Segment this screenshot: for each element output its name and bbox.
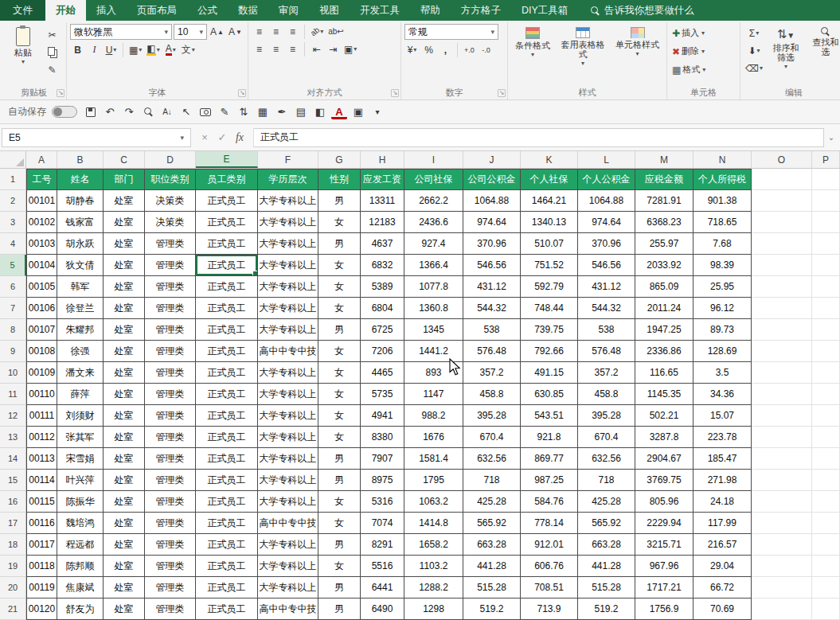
cell-I21[interactable]: 1298 <box>404 599 463 620</box>
cell-M5[interactable]: 2033.92 <box>635 255 693 276</box>
cell-J7[interactable]: 544.32 <box>463 298 521 319</box>
cell-C5[interactable]: 处室 <box>104 255 145 276</box>
cell-I5[interactable]: 1366.4 <box>404 255 463 276</box>
cell-A4[interactable]: 00103 <box>26 233 57 255</box>
cell-A6[interactable]: 00105 <box>26 276 57 298</box>
tab-审阅[interactable]: 审阅 <box>268 0 309 21</box>
cell-H2[interactable]: 13311 <box>361 190 404 212</box>
cell-G16[interactable]: 女 <box>318 491 361 513</box>
conditional-formatting-button[interactable]: 条件格式 ▾ <box>512 24 553 60</box>
cell-L8[interactable]: 538 <box>578 319 635 341</box>
row-header-20[interactable]: 20 <box>0 577 26 599</box>
cell-H13[interactable]: 8380 <box>361 427 404 448</box>
tab-方方格子[interactable]: 方方格子 <box>451 0 511 21</box>
cell-E14[interactable]: 正式员工 <box>196 448 258 470</box>
cell-C17[interactable]: 处室 <box>104 513 145 534</box>
cell-N12[interactable]: 15.07 <box>693 405 752 427</box>
cell-K16[interactable]: 584.76 <box>521 491 578 513</box>
cell-O13[interactable] <box>752 427 812 448</box>
cell-K12[interactable]: 543.51 <box>521 405 578 427</box>
cell-I14[interactable]: 1581.4 <box>404 448 463 470</box>
cell-P8[interactable] <box>812 319 840 341</box>
cell-E15[interactable]: 正式员工 <box>196 470 258 491</box>
cell-I3[interactable]: 2436.6 <box>404 212 463 233</box>
cell-E1[interactable]: 员工类别 <box>196 169 258 190</box>
cell-E12[interactable]: 正式员工 <box>196 405 258 427</box>
cell-N18[interactable]: 216.57 <box>693 534 752 556</box>
row-header-9[interactable]: 9 <box>0 341 26 362</box>
cell-O15[interactable] <box>752 470 812 491</box>
cell-E20[interactable]: 正式员工 <box>196 577 258 599</box>
row-header-15[interactable]: 15 <box>0 470 26 491</box>
cell-J5[interactable]: 546.56 <box>463 255 521 276</box>
cell-F4[interactable]: 大学专科以上 <box>258 233 318 255</box>
cell-H20[interactable]: 6441 <box>361 577 404 599</box>
cell-D17[interactable]: 管理类 <box>145 513 196 534</box>
align-middle-icon[interactable]: ≡ <box>268 24 283 39</box>
column-header-K[interactable]: K <box>521 151 578 168</box>
cell-L10[interactable]: 357.2 <box>578 362 635 384</box>
cell-M16[interactable]: 805.96 <box>635 491 693 513</box>
orientation-button[interactable]: ab▾ <box>309 24 325 39</box>
cell-D7[interactable]: 管理类 <box>145 298 196 319</box>
cell-J3[interactable]: 974.64 <box>463 212 521 233</box>
cell-K9[interactable]: 792.66 <box>521 341 578 362</box>
cell-H17[interactable]: 7074 <box>361 513 404 534</box>
cell-E19[interactable]: 正式员工 <box>196 556 258 577</box>
cell-A9[interactable]: 00108 <box>26 341 57 362</box>
row-header-6[interactable]: 6 <box>0 276 26 298</box>
cell-J20[interactable]: 515.28 <box>463 577 521 599</box>
cell-H5[interactable]: 6832 <box>361 255 404 276</box>
currency-button[interactable]: ¥▾ <box>404 42 420 57</box>
tell-me-search[interactable]: 告诉我你想要做什么 <box>591 0 694 21</box>
cell-G7[interactable]: 女 <box>318 298 361 319</box>
cell-F10[interactable]: 大学专科以上 <box>258 362 318 384</box>
cell-D21[interactable]: 管理类 <box>145 599 196 620</box>
cell-O2[interactable] <box>752 190 812 212</box>
select-all-button[interactable] <box>0 151 26 168</box>
cell-F8[interactable]: 大学专科以上 <box>258 319 318 341</box>
cell-F11[interactable]: 大学专科以上 <box>258 384 318 405</box>
cell-L18[interactable]: 663.28 <box>578 534 635 556</box>
cell-D1[interactable]: 职位类别 <box>145 169 196 190</box>
cell-G5[interactable]: 女 <box>318 255 361 276</box>
cell-G3[interactable]: 女 <box>318 212 361 233</box>
cell-C4[interactable]: 处室 <box>104 233 145 255</box>
cell-L14[interactable]: 632.56 <box>578 448 635 470</box>
font-dialog-launcher[interactable]: ↘ <box>238 89 246 97</box>
column-header-O[interactable]: O <box>752 151 812 168</box>
sort-filter-icon[interactable]: ⇅ <box>236 104 252 120</box>
cell-I19[interactable]: 1103.2 <box>404 556 463 577</box>
cell-D12[interactable]: 管理类 <box>145 405 196 427</box>
cell-K15[interactable]: 987.25 <box>521 470 578 491</box>
cell-J4[interactable]: 370.96 <box>463 233 521 255</box>
cell-N5[interactable]: 98.39 <box>693 255 752 276</box>
cell-A1[interactable]: 工号 <box>26 169 57 190</box>
align-top-icon[interactable]: ≡ <box>252 24 267 39</box>
cell-M8[interactable]: 1947.25 <box>635 319 693 341</box>
cell-J8[interactable]: 538 <box>463 319 521 341</box>
cell-F6[interactable]: 大学专科以上 <box>258 276 318 298</box>
cell-O5[interactable] <box>752 255 812 276</box>
cell-L16[interactable]: 425.28 <box>578 491 635 513</box>
undo-icon[interactable]: ↶ <box>102 104 118 120</box>
paste-button[interactable]: 粘贴 ▾ <box>5 24 41 67</box>
cell-L11[interactable]: 458.8 <box>578 384 635 405</box>
bold-button[interactable]: B <box>70 42 85 57</box>
row-header-1[interactable]: 1 <box>0 169 26 190</box>
cell-E17[interactable]: 正式员工 <box>196 513 258 534</box>
cell-E21[interactable]: 正式员工 <box>196 599 258 620</box>
cell-O16[interactable] <box>752 491 812 513</box>
row-header-13[interactable]: 13 <box>0 427 26 448</box>
cell-K20[interactable]: 708.51 <box>521 577 578 599</box>
font-color-button[interactable]: A▾ <box>163 42 178 57</box>
cell-D4[interactable]: 管理类 <box>145 233 196 255</box>
row-header-19[interactable]: 19 <box>0 556 26 577</box>
cell-H8[interactable]: 6725 <box>361 319 404 341</box>
cell-I6[interactable]: 1077.8 <box>404 276 463 298</box>
comma-button[interactable]: , <box>438 42 453 57</box>
cell-I15[interactable]: 1795 <box>404 470 463 491</box>
cell-P1[interactable] <box>812 169 840 190</box>
cell-O18[interactable] <box>752 534 812 556</box>
cell-N20[interactable]: 66.72 <box>693 577 752 599</box>
